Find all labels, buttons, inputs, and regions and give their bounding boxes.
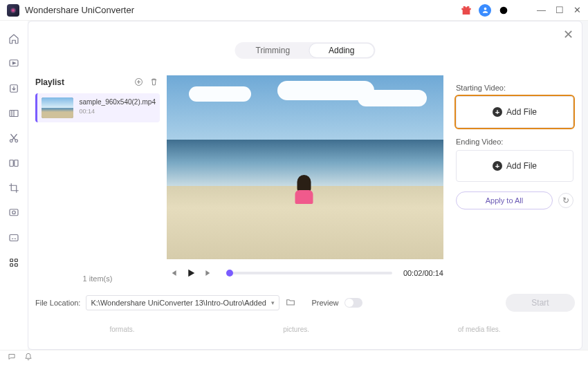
nav-record-icon[interactable] <box>7 206 21 220</box>
svg-rect-12 <box>10 259 13 262</box>
tab-trimming[interactable]: Trimming <box>237 44 310 57</box>
add-ending-file-button[interactable]: + Add File <box>456 150 573 182</box>
plus-icon: + <box>493 161 502 171</box>
seek-bar[interactable] <box>226 272 392 274</box>
svg-rect-7 <box>10 160 13 167</box>
time-display: 00:02/00:14 <box>403 269 443 277</box>
add-file-label: Add File <box>506 161 537 171</box>
app-title: Wondershare UniConverter <box>25 5 134 15</box>
apply-to-all-button[interactable]: Apply to All <box>456 191 553 209</box>
playlist-item-duration: 00:14 <box>79 108 156 116</box>
support-icon[interactable] <box>498 5 509 16</box>
menu-icon[interactable] <box>516 5 527 16</box>
close-window-button[interactable]: ✕ <box>573 5 581 15</box>
start-button[interactable]: Start <box>506 294 575 312</box>
add-file-label: Add File <box>506 107 537 117</box>
nav-crop-icon[interactable] <box>7 181 21 195</box>
playlist-add-icon[interactable] <box>134 77 145 88</box>
nav-download-icon[interactable] <box>7 82 21 95</box>
svg-point-6 <box>15 140 18 142</box>
side-nav-rail <box>0 21 28 350</box>
gift-icon[interactable] <box>461 5 472 16</box>
open-folder-button[interactable] <box>285 297 296 309</box>
svg-point-10 <box>12 211 16 214</box>
file-location-path: K:\Wondershare UniConverter 13\Intro-Out… <box>91 299 266 307</box>
nav-merge-icon[interactable] <box>7 156 21 170</box>
video-preview[interactable] <box>167 75 443 259</box>
mode-tabs: Trimming Adding <box>235 42 376 59</box>
preview-toggle[interactable] <box>344 298 362 308</box>
playlist-item-name: sample_960x540(2).mp4 <box>79 97 156 106</box>
add-starting-file-button[interactable]: + Add File <box>456 96 573 128</box>
svg-rect-8 <box>15 160 18 167</box>
svg-rect-13 <box>15 259 18 262</box>
nav-toolbox-icon[interactable] <box>7 256 21 270</box>
footer-blurb: pictures. <box>283 326 309 333</box>
svg-point-0 <box>484 8 486 10</box>
editor-panel: ✕ Trimming Adding Playlist sample_960x54… <box>28 21 582 350</box>
maximize-button[interactable]: ☐ <box>555 5 564 15</box>
reset-button[interactable]: ↻ <box>558 193 573 208</box>
feedback-icon[interactable] <box>7 352 17 364</box>
svg-rect-9 <box>10 209 18 216</box>
svg-rect-11 <box>10 235 18 241</box>
playlist-thumbnail <box>42 97 73 118</box>
file-location-select[interactable]: K:\Wondershare UniConverter 13\Intro-Out… <box>86 295 279 310</box>
prev-button[interactable] <box>167 267 179 279</box>
ending-video-label: Ending Video: <box>456 138 573 146</box>
svg-point-5 <box>10 140 12 142</box>
svg-rect-15 <box>15 264 18 267</box>
nav-player-icon[interactable] <box>7 57 21 71</box>
playlist-header: Playlist <box>35 77 64 87</box>
nav-cut-icon[interactable] <box>7 131 21 145</box>
nav-home-icon[interactable] <box>7 32 21 46</box>
nav-compress-icon[interactable] <box>7 106 21 120</box>
svg-rect-14 <box>10 264 13 267</box>
user-account-icon[interactable] <box>479 4 491 17</box>
minimize-button[interactable]: — <box>537 5 546 15</box>
plus-icon: + <box>493 107 502 117</box>
playlist-count: 1 item(s) <box>35 270 160 287</box>
play-button[interactable] <box>185 267 197 279</box>
nav-subtitle-icon[interactable] <box>7 231 21 245</box>
tab-adding[interactable]: Adding <box>309 44 374 57</box>
app-logo <box>7 4 19 17</box>
playlist-item[interactable]: sample_960x540(2).mp4 00:14 <box>35 93 160 122</box>
file-location-label: File Location: <box>35 299 80 307</box>
panel-close-button[interactable]: ✕ <box>563 27 573 42</box>
playlist-delete-icon[interactable] <box>149 77 160 88</box>
starting-video-label: Starting Video: <box>456 84 573 92</box>
chevron-down-icon: ▾ <box>271 299 275 306</box>
next-button[interactable] <box>203 267 215 279</box>
footer-blurb: of media files. <box>458 326 501 333</box>
notification-icon[interactable] <box>24 352 33 364</box>
footer-blurb: formats. <box>109 326 134 333</box>
preview-label: Preview <box>311 299 338 307</box>
